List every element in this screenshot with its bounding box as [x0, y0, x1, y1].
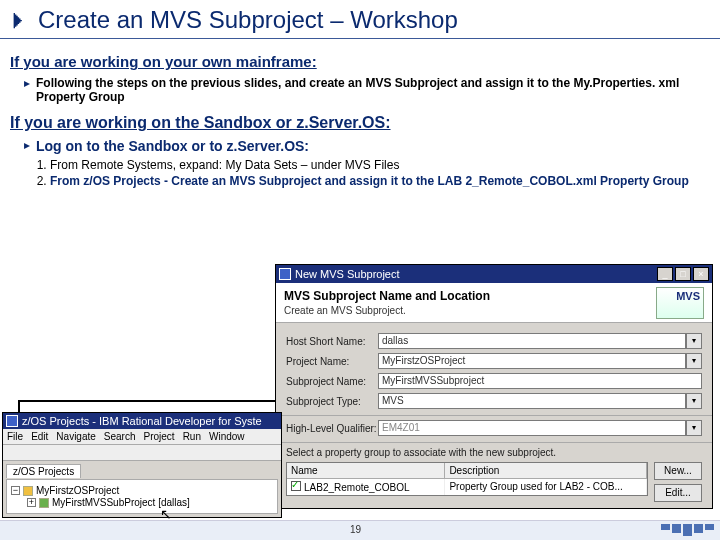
pg-select-label: Select a property group to associate wit…: [286, 447, 702, 458]
menu-project[interactable]: Project: [144, 431, 175, 442]
menu-navigate[interactable]: Navigate: [56, 431, 95, 442]
subproject-icon: [39, 498, 49, 508]
subp-field[interactable]: MyFirstMVSSubproject: [378, 373, 702, 389]
menubar: File Edit Navigate Search Project Run Wi…: [3, 429, 281, 445]
content-area: If you are working on your own mainframe…: [0, 39, 720, 188]
dialog-header: MVS Subproject Name and Location Create …: [276, 283, 712, 323]
max-button[interactable]: □: [675, 267, 691, 281]
subp-label: Subproject Name:: [286, 376, 378, 387]
edit-button[interactable]: Edit...: [654, 484, 702, 502]
checkbox-icon[interactable]: [291, 481, 301, 491]
dropdown-icon[interactable]: ▾: [686, 333, 702, 349]
dialog-titlebar: New MVS Subproject _ □ ×: [276, 265, 712, 283]
header-arrow-icon: ⏵: [8, 7, 30, 33]
expand-icon: +: [27, 498, 36, 507]
app-icon: [6, 415, 18, 427]
footer: 19: [0, 520, 720, 540]
steps-list: From Remote Systems, expand: My Data Set…: [50, 158, 710, 188]
toolbar: [3, 445, 281, 461]
dialog-sub: Create an MVS Subproject.: [284, 305, 704, 316]
zos-projects-window: z/OS Projects - IBM Rational Developer f…: [2, 412, 282, 518]
close-button[interactable]: ×: [693, 267, 709, 281]
host-label: Host Short Name:: [286, 336, 378, 347]
type-label: Subproject Type:: [286, 396, 378, 407]
dropdown-icon[interactable]: ▾: [686, 420, 702, 436]
ibm-logo-icon: [661, 524, 714, 536]
property-group-table: Name Description LAB2_Remote_COBOL Prope…: [286, 462, 648, 496]
menu-file[interactable]: File: [7, 431, 23, 442]
bullet-line: ▸ Following the steps on the previous sl…: [10, 76, 710, 104]
col-name: Name: [287, 463, 445, 478]
separator: [276, 415, 712, 416]
heading-own-mainframe: If you are working on your own mainframe…: [10, 53, 710, 70]
menu-window[interactable]: Window: [209, 431, 245, 442]
title-text: Create an MVS Subproject – Workshop: [38, 6, 458, 34]
table-row[interactable]: LAB2_Remote_COBOL Property Group used fo…: [287, 479, 647, 495]
menu-run[interactable]: Run: [183, 431, 201, 442]
heading-sandbox: If you are working on the Sandbox or z.S…: [10, 114, 710, 132]
mvs-badge-icon: [656, 287, 704, 319]
sub-bullet: ▸ Log on to the Sandbox or to z.Server.O…: [10, 138, 710, 154]
dropdown-icon[interactable]: ▾: [686, 393, 702, 409]
app-titlebar: z/OS Projects - IBM Rational Developer f…: [3, 413, 281, 429]
separator: [276, 442, 712, 443]
bullet-arrow-icon: ▸: [24, 76, 30, 90]
table-header: Name Description: [287, 463, 647, 479]
dialog-form: Host Short Name:dallas▾ Project Name:MyF…: [276, 323, 712, 508]
step-2: From z/OS Projects - Create an MVS Subpr…: [50, 174, 710, 188]
menu-edit[interactable]: Edit: [31, 431, 48, 442]
new-button[interactable]: New...: [654, 462, 702, 480]
projects-tree: −MyFirstzOSProject +MyFirstMVSSubProject…: [11, 485, 273, 508]
slide-title: ⏵ Create an MVS Subproject – Workshop: [0, 0, 720, 39]
proj-field[interactable]: MyFirstzOSProject: [378, 353, 686, 369]
dropdown-icon[interactable]: ▾: [686, 353, 702, 369]
dialog-heading: MVS Subproject Name and Location: [284, 289, 704, 303]
menu-search[interactable]: Search: [104, 431, 136, 442]
dialog-title: New MVS Subproject: [295, 268, 400, 280]
project-icon: [23, 486, 33, 496]
collapse-icon: −: [11, 486, 20, 495]
new-subproject-dialog: New MVS Subproject _ □ × MVS Subproject …: [275, 264, 713, 509]
hlq-field[interactable]: EM4Z01: [378, 420, 686, 436]
dialog-app-icon: [279, 268, 291, 280]
page-number: 19: [350, 524, 361, 535]
sandbox-subhead: Log on to the Sandbox or to z.Server.OS:: [36, 138, 309, 154]
type-field[interactable]: MVS: [378, 393, 686, 409]
bullet-arrow-icon: ▸: [24, 138, 30, 152]
tab-zos-projects[interactable]: z/OS Projects: [6, 464, 81, 478]
callout-line-h: [20, 400, 278, 402]
app-title: z/OS Projects - IBM Rational Developer f…: [22, 415, 262, 427]
step-1: From Remote Systems, expand: My Data Set…: [50, 158, 710, 172]
own-text: Following the steps on the previous slid…: [36, 76, 710, 104]
row-name: LAB2_Remote_COBOL: [304, 482, 410, 493]
hlq-label: High-Level Qualifier:: [286, 423, 378, 434]
host-field[interactable]: dallas: [378, 333, 686, 349]
tree-root[interactable]: −MyFirstzOSProject: [11, 485, 273, 496]
projects-pane: −MyFirstzOSProject +MyFirstMVSSubProject…: [6, 479, 278, 514]
proj-label: Project Name:: [286, 356, 378, 367]
tree-child[interactable]: +MyFirstMVSSubProject [dallas]: [27, 497, 273, 508]
col-desc: Description: [445, 463, 647, 478]
row-desc: Property Group used for LAB2 - COB...: [445, 479, 647, 495]
min-button[interactable]: _: [657, 267, 673, 281]
